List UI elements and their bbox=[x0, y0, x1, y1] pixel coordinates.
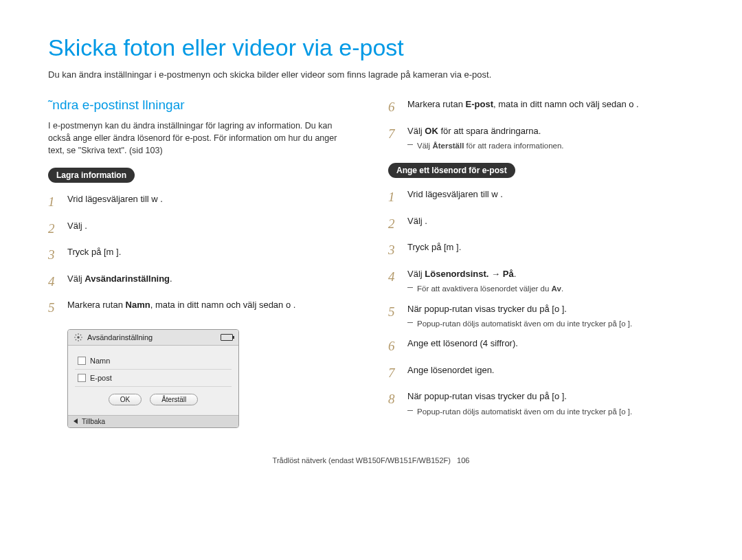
t: , mata in ditt namn och välj sedan o . bbox=[493, 99, 639, 109]
device-screenshot: Avsändarinställning Namn E-post OK bbox=[67, 329, 239, 428]
t: , mata in ditt namn och välj sedan o . bbox=[150, 300, 296, 310]
t: . bbox=[514, 269, 517, 279]
step-text: Välj Lösenordsinst. → På. För att avakti… bbox=[407, 267, 694, 295]
svg-point-0 bbox=[77, 336, 80, 339]
pill-lagra-information: Lagra information bbox=[48, 168, 135, 183]
t: → bbox=[488, 269, 502, 279]
step-item: 4 Välj Avsändarinställning. bbox=[48, 272, 354, 292]
t-bold: Avsändarinställning bbox=[85, 273, 170, 284]
t: för att radera informationen. bbox=[464, 142, 563, 150]
footer-text: Trådlöst nätverk (endast WB150F/WB151F/W… bbox=[273, 456, 451, 464]
step-text: Välj . bbox=[67, 219, 354, 233]
device-buttons: OK Återställ bbox=[75, 387, 232, 410]
settings-icon bbox=[74, 333, 83, 342]
step-item: 2 Välj . bbox=[388, 214, 694, 234]
device-ok-button: OK bbox=[109, 394, 142, 405]
step-item: 8 När popup-rutan visas trycker du på [o… bbox=[388, 390, 694, 418]
step-note: Välj Återställ för att radera informatio… bbox=[417, 140, 694, 152]
steps-left: 1 Vrid lägesväljaren till w . 2 Välj . 3… bbox=[48, 192, 354, 318]
t: Välj bbox=[407, 126, 425, 136]
back-icon bbox=[74, 418, 78, 424]
step-number: 3 bbox=[48, 245, 60, 265]
t: Välj bbox=[407, 269, 425, 279]
step-text: Ange lösenordet igen. bbox=[407, 363, 694, 377]
step-text: Tryck på [m ]. bbox=[407, 240, 694, 254]
columns: ˜ndra e-postinst llningar I e-postmenyn … bbox=[48, 98, 694, 429]
t-bold: Återställ bbox=[432, 142, 464, 150]
device-title: Avsändarinställning bbox=[87, 333, 153, 341]
step-number: 7 bbox=[388, 363, 401, 383]
step-note: För att avaktivera lösenordet väljer du … bbox=[417, 283, 694, 295]
page-footer: Trådlöst nätverk (endast WB150F/WB151F/W… bbox=[48, 456, 694, 464]
t-bold: Av bbox=[552, 284, 561, 293]
step-note: Popup-rutan döljs automatiskt även om du… bbox=[417, 406, 694, 418]
step-text: Välj OK för att spara ändringarna. Välj … bbox=[407, 124, 694, 153]
step-text: När popup-rutan visas trycker du på [o ]… bbox=[407, 390, 694, 418]
step-text: Välj . bbox=[407, 214, 694, 228]
step-text: När popup-rutan visas trycker du på [o ]… bbox=[407, 302, 694, 331]
device-row-email: E-post bbox=[75, 370, 232, 387]
t-bold: E-post bbox=[466, 99, 493, 109]
step-item: 3 Tryck på [m ]. bbox=[388, 240, 694, 260]
t-bold: OK bbox=[425, 126, 438, 136]
step-number: 2 bbox=[388, 214, 401, 234]
step-number: 6 bbox=[388, 98, 401, 117]
step-text: Markera rutan Namn, mata in ditt namn oc… bbox=[67, 298, 354, 312]
step-item: 4 Välj Lösenordsinst. → På. För att avak… bbox=[388, 267, 694, 295]
t: När popup-rutan visas trycker du på [o ]… bbox=[407, 304, 567, 314]
t-bold: Lösenordsinst. bbox=[425, 269, 488, 279]
step-number: 5 bbox=[48, 298, 60, 318]
step-item: 2 Välj . bbox=[48, 219, 354, 239]
steps-right-password: 1 Vrid lägesväljaren till w . 2 Välj . 3… bbox=[388, 188, 694, 418]
checkbox-icon bbox=[78, 374, 86, 382]
t: Välj bbox=[67, 273, 85, 284]
t: . bbox=[170, 273, 172, 284]
t: För att avaktivera lösenordet väljer du bbox=[417, 284, 552, 293]
step-text: Tryck på [m ]. bbox=[67, 245, 354, 259]
device-row-name: Namn bbox=[75, 352, 232, 370]
t: . bbox=[561, 284, 563, 293]
step-number: 1 bbox=[388, 188, 401, 208]
step-item: 7 Välj OK för att spara ändringarna. Väl… bbox=[388, 124, 694, 153]
steps-right-top: 6 Markera rutan E-post, mata in ditt nam… bbox=[388, 98, 694, 152]
device-row-label: Namn bbox=[90, 357, 110, 365]
device-back-label: Tillbaka bbox=[82, 418, 105, 425]
step-text: Vrid lägesväljaren till w . bbox=[67, 192, 354, 206]
section-intro: I e-postmenyn kan du ändra inställningar… bbox=[48, 120, 354, 157]
step-number: 1 bbox=[48, 192, 60, 212]
step-number: 3 bbox=[388, 240, 401, 260]
step-item: 6 Ange ett lösenord (4 siffror). bbox=[388, 337, 694, 357]
t-bold: Namn bbox=[126, 300, 150, 310]
step-number: 5 bbox=[388, 302, 401, 322]
device-body: Namn E-post OK Återställ bbox=[68, 346, 238, 415]
t: När popup-rutan visas trycker du på [o ]… bbox=[407, 391, 567, 401]
t: för att spara ändringarna. bbox=[438, 126, 541, 136]
step-item: 5 Markera rutan Namn, mata in ditt namn … bbox=[48, 298, 354, 318]
step-item: 3 Tryck på [m ]. bbox=[48, 245, 354, 265]
pill-ange-losenord: Ange ett lösenord för e-post bbox=[388, 163, 515, 178]
step-number: 2 bbox=[48, 219, 60, 239]
step-text: Markera rutan E-post, mata in ditt namn … bbox=[407, 98, 694, 111]
left-column: ˜ndra e-postinst llningar I e-postmenyn … bbox=[48, 98, 354, 429]
step-text: Välj Avsändarinställning. bbox=[67, 272, 354, 286]
t: Markera rutan bbox=[67, 300, 126, 310]
step-item: 5 När popup-rutan visas trycker du på [o… bbox=[388, 302, 694, 331]
step-item: 7 Ange lösenordet igen. bbox=[388, 363, 694, 383]
t: Välj bbox=[417, 142, 432, 150]
device-header: Avsändarinställning bbox=[68, 330, 238, 346]
t-bold: På bbox=[503, 269, 514, 279]
step-number: 7 bbox=[388, 124, 401, 144]
device-row-label: E-post bbox=[90, 374, 112, 382]
step-text: Vrid lägesväljaren till w . bbox=[407, 188, 694, 201]
page-title: Skicka foton eller videor via e-post bbox=[48, 34, 694, 61]
step-note: Popup-rutan döljs automatiskt även om du… bbox=[417, 318, 694, 330]
step-item: 1 Vrid lägesväljaren till w . bbox=[48, 192, 354, 212]
intro-text: Du kan ändra inställningar i e-postmenyn… bbox=[48, 69, 694, 80]
page: Skicka foton eller videor via e-post Du … bbox=[0, 0, 742, 478]
step-number: 4 bbox=[388, 267, 401, 287]
step-item: 6 Markera rutan E-post, mata in ditt nam… bbox=[388, 98, 694, 117]
checkbox-icon bbox=[78, 357, 86, 365]
step-item: 1 Vrid lägesväljaren till w . bbox=[388, 188, 694, 208]
step-text: Ange ett lösenord (4 siffror). bbox=[407, 337, 694, 350]
right-column: 6 Markera rutan E-post, mata in ditt nam… bbox=[388, 98, 694, 429]
